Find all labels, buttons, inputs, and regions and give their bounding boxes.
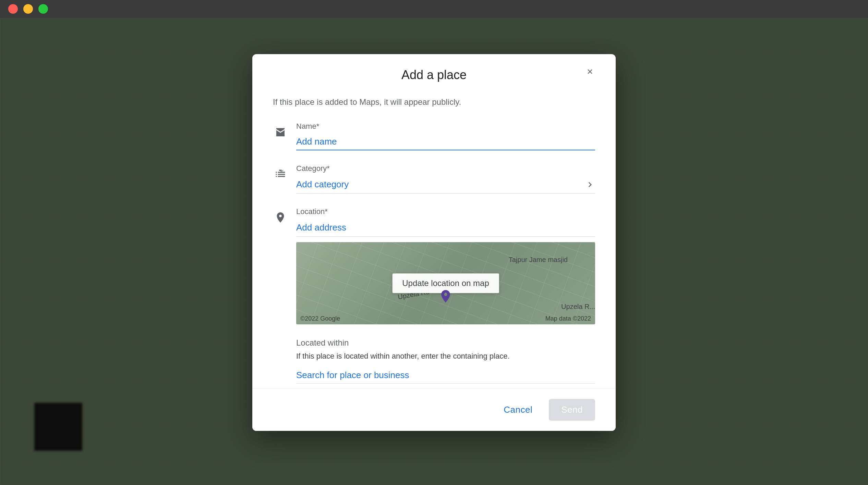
close-button[interactable]: × (581, 63, 599, 80)
cancel-button[interactable]: Cancel (494, 399, 542, 421)
map-copyright: ©2022 Google (300, 315, 340, 322)
add-place-dialog: Add a place × If this place is added to … (252, 54, 616, 431)
category-row: Category* Add category (273, 164, 595, 194)
located-within-label: Located within (296, 338, 595, 348)
map-marker (438, 289, 453, 304)
category-field-content: Category* Add category (296, 164, 595, 194)
map-label-upzela2: Upzela R... (561, 303, 595, 311)
info-text: If this place is added to Maps, it will … (273, 96, 595, 108)
title-bar (0, 0, 868, 18)
located-within-row: Located within If this place is located … (273, 338, 595, 384)
minimize-traffic-light[interactable] (23, 4, 33, 14)
name-input[interactable] (296, 134, 595, 150)
send-button[interactable]: Send (549, 399, 595, 421)
category-icon (273, 167, 288, 182)
location-label: Location* (296, 207, 595, 216)
maximize-traffic-light[interactable] (38, 4, 48, 14)
map-thumb-bg: Upzela Rd Upzela R... Tajpur Jame masjid… (296, 242, 595, 324)
map-label-tajpur: Tajpur Jame masjid (509, 256, 568, 264)
location-pin-icon (273, 210, 288, 225)
dialog-header: Add a place × (252, 54, 616, 89)
search-place-input[interactable] (296, 367, 595, 384)
dialog-footer: Cancel Send (252, 388, 616, 431)
location-field-content: Location* Add address Upzela Rd Upzela R… (296, 207, 595, 324)
name-label: Name* (296, 122, 595, 131)
map-thumbnail[interactable]: Upzela Rd Upzela R... Tajpur Jame masjid… (296, 242, 595, 324)
store-icon (273, 125, 288, 140)
category-value: Add category (296, 179, 349, 190)
located-within-spacer (273, 341, 288, 356)
name-field-content: Name* (296, 122, 595, 150)
name-row: Name* (273, 122, 595, 150)
category-select[interactable]: Add category (296, 176, 595, 194)
close-traffic-light[interactable] (8, 4, 18, 14)
location-row: Location* Add address Upzela Rd Upzela R… (273, 207, 595, 324)
category-label: Category* (296, 164, 595, 173)
dialog-title: Add a place (401, 68, 467, 82)
svg-rect-0 (279, 170, 282, 171)
chevron-right-icon (585, 179, 595, 190)
address-input[interactable]: Add address (296, 219, 595, 237)
located-within-description: If this place is located within another,… (296, 350, 595, 362)
map-data-label: Map data ©2022 (545, 315, 591, 322)
located-within-content: Located within If this place is located … (296, 338, 595, 384)
dialog-scroll-area[interactable]: If this place is added to Maps, it will … (252, 89, 616, 388)
